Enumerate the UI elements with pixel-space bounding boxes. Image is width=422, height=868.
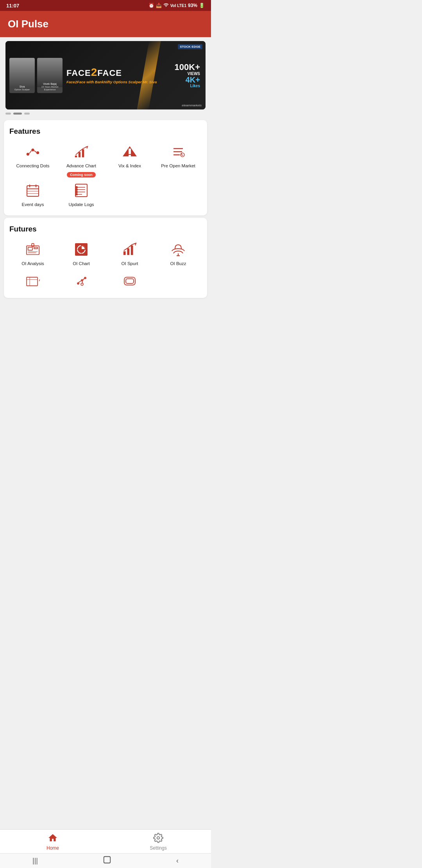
advance-chart-label: Advance Chart [66,163,96,169]
futures-row2-partial [9,272,202,290]
feature-partial-1[interactable] [9,272,56,290]
update-logs-icon [72,181,90,199]
likes-count: 4K+ [175,76,200,84]
person1-name: Siva [20,85,25,88]
svg-point-1 [31,149,34,151]
svg-point-53 [81,283,83,285]
banner-footer-brand: elearnmarkets [182,104,202,107]
svg-rect-33 [28,247,32,250]
oi-chart-label: OI Chart [73,261,89,267]
vix-index-label: Vix & Index [118,163,141,169]
person2-role: 15 Years Market Experience [37,86,63,91]
carousel-dot-1[interactable] [5,113,11,115]
event-days-label: Event days [22,202,44,208]
features-grid-row2: Event days Up [9,181,202,208]
status-time: 11:07 [6,3,19,9]
oi-buzz-label: OI Buzz [170,261,186,267]
advance-chart-icon [72,143,90,161]
svg-rect-6 [79,152,80,158]
oi-spurt-icon [121,240,139,258]
svg-rect-42 [123,251,126,255]
banner-stats: 100K+ VIEWS 4K+ Likes [175,63,200,88]
banner-photos: Siva Option Scalper Vivek Bajaj 15 Years… [9,58,63,93]
brand-badge: STOCK EDGE [178,44,202,49]
feature-oi-chart[interactable]: OI Chart [58,240,105,267]
connecting-dots-label: Connecting Dots [16,163,49,169]
feature-advance-chart[interactable]: Advance Chart Coming soon [58,143,105,178]
oi-analysis-icon [24,240,42,258]
svg-point-28 [76,187,77,188]
features-grid-row1: Connecting Dots Advance Chart Coming soo… [9,143,202,178]
person1-card: Siva Option Scalper [9,58,35,93]
feature-oi-analysis[interactable]: OI Analysis [9,240,56,267]
oi-analysis-label: OI Analysis [21,261,44,267]
views-count: 100K+ [175,63,200,72]
svg-line-55 [83,278,84,280]
feature-update-logs[interactable]: Update Logs [58,181,105,208]
signal-text: VoI LTE1 [170,4,186,8]
oi-spurt-label: OI Spurt [122,261,138,267]
features-card: Features Connecting Dots [4,120,207,215]
app-header: OI Pulse [0,11,211,37]
svg-point-29 [76,189,77,190]
likes-label: Likes [175,84,200,88]
partial-icon-1 [24,272,42,290]
futures-title: Futures [9,225,202,233]
svg-point-30 [76,191,77,193]
svg-point-31 [76,194,77,195]
person2-name: Vivek Bajaj [43,82,57,86]
svg-rect-7 [82,149,84,158]
wifi-icon [163,2,169,9]
vix-index-icon [121,143,139,161]
svg-line-4 [34,151,36,152]
person1-role: Option Scalper [14,88,30,91]
svg-rect-58 [126,279,134,283]
battery-icon: 🔋 [199,3,205,8]
feature-oi-buzz[interactable]: OI Buzz [155,240,202,267]
update-logs-label: Update Logs [68,202,94,208]
futures-card: Futures OI Analysis [4,218,207,298]
coming-soon-badge: Coming soon [67,172,96,178]
svg-line-54 [78,281,81,283]
pre-open-market-label: Pre Open Market [161,163,195,169]
feature-connecting-dots[interactable]: Connecting Dots [9,143,56,178]
person2-card: Vivek Bajaj 15 Years Market Experience [37,58,63,93]
svg-rect-47 [27,277,38,286]
app-title: OI Pulse [8,18,48,30]
feature-oi-spurt[interactable]: OI Spurt [106,240,153,267]
partial-icon-3 [121,272,139,290]
scroll-content: Siva Option Scalper Vivek Bajaj 15 Years… [0,41,211,332]
svg-rect-34 [34,247,38,249]
feature-event-days[interactable]: Event days [9,181,56,208]
feature-vix-index[interactable]: Vix & Index [106,143,153,178]
alarm-icon: ⏰ [148,3,154,8]
svg-rect-5 [75,156,77,158]
pre-open-market-icon [169,143,187,161]
feature-partial-2[interactable] [58,272,105,290]
svg-point-0 [27,153,29,156]
download-icon: 📥 [156,3,162,8]
oi-buzz-icon [169,240,187,258]
connecting-dots-icon [24,143,42,161]
carousel-dot-3[interactable] [24,113,30,115]
promo-banner[interactable]: Siva Option Scalper Vivek Bajaj 15 Years… [5,41,206,109]
svg-rect-9 [129,149,131,154]
feature-pre-open-market[interactable]: Pre Open Market [155,143,202,178]
feature-partial-3[interactable] [106,272,153,290]
event-days-icon [24,181,42,199]
svg-line-3 [29,151,31,153]
partial-icon-2 [72,272,90,290]
status-icons: ⏰ 📥 VoI LTE1 93% 🔋 [148,2,205,9]
carousel-dot-2[interactable] [13,113,22,115]
svg-rect-44 [131,245,133,255]
futures-grid: OI Analysis OI Chart [9,240,202,267]
features-title: Features [9,127,202,136]
svg-rect-43 [127,248,129,255]
svg-point-14 [181,153,184,157]
battery-text: 93% [188,3,197,8]
status-bar: 11:07 ⏰ 📥 VoI LTE1 93% 🔋 [0,0,211,11]
carousel-dots [0,109,211,118]
svg-rect-10 [129,155,131,156]
oi-chart-icon [72,240,90,258]
svg-point-2 [36,151,39,154]
